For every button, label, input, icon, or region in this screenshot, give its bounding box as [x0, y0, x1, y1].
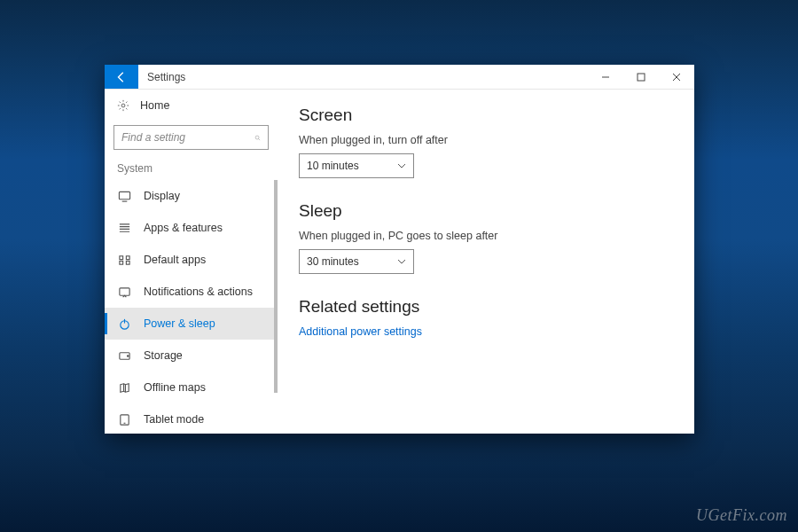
svg-rect-6	[119, 261, 122, 264]
power-icon	[117, 317, 131, 331]
sidebar: Home System Display Apps & features	[105, 90, 278, 434]
sleep-timeout-value: 30 minutes	[307, 255, 359, 268]
screen-timeout-value: 10 minutes	[307, 160, 359, 172]
nav-list[interactable]: Display Apps & features Default apps Not…	[105, 180, 278, 434]
svg-point-1	[121, 104, 125, 107]
titlebar: Settings	[105, 65, 694, 90]
additional-power-settings-link[interactable]: Additional power settings	[299, 325, 673, 338]
minimize-button[interactable]	[588, 65, 623, 89]
home-label: Home	[140, 99, 169, 112]
storage-icon	[117, 349, 131, 363]
svg-rect-8	[119, 287, 129, 294]
scrollbar-thumb[interactable]	[274, 180, 278, 393]
svg-rect-3	[119, 192, 129, 199]
tablet-icon	[117, 413, 131, 426]
display-icon	[117, 190, 131, 203]
sleep-timeout-dropdown[interactable]: 30 minutes	[299, 249, 414, 274]
nav-label: Offline maps	[144, 381, 206, 394]
watermark: UGetFix.com	[696, 506, 787, 525]
section-label: System	[105, 159, 278, 180]
gear-icon	[117, 99, 129, 112]
back-button[interactable]	[105, 65, 138, 89]
nav-apps-features[interactable]: Apps & features	[105, 212, 278, 244]
sidebar-scrollbar[interactable]	[274, 180, 278, 434]
nav-label: Default apps	[144, 254, 206, 266]
screen-heading: Screen	[299, 106, 673, 125]
svg-point-11	[127, 355, 129, 356]
svg-rect-4	[119, 255, 122, 259]
maximize-icon	[637, 73, 645, 82]
apps-icon	[117, 222, 131, 235]
nav-label: Power & sleep	[144, 317, 215, 330]
search-icon	[254, 132, 261, 144]
nav-default-apps[interactable]: Default apps	[105, 244, 278, 276]
svg-point-2	[255, 136, 259, 139]
maximize-button[interactable]	[623, 65, 659, 89]
screen-timeout-dropdown[interactable]: 10 minutes	[299, 153, 414, 178]
search-input[interactable]	[121, 131, 254, 144]
nav-label: Tablet mode	[144, 413, 204, 426]
window-title: Settings	[138, 65, 588, 89]
default-apps-icon	[117, 254, 131, 267]
nav-storage[interactable]: Storage	[105, 340, 278, 372]
sleep-desc: When plugged in, PC goes to sleep after	[299, 230, 673, 242]
svg-rect-5	[126, 255, 129, 259]
search-box[interactable]	[113, 125, 269, 150]
nav-offline-maps[interactable]: Offline maps	[105, 372, 278, 403]
close-button[interactable]	[659, 65, 694, 89]
arrow-left-icon	[115, 71, 128, 83]
nav-power-sleep[interactable]: Power & sleep	[105, 308, 278, 340]
related-heading: Related settings	[299, 297, 673, 317]
home-button[interactable]: Home	[105, 90, 278, 121]
window-body: Home System Display Apps & features	[105, 90, 694, 434]
notifications-icon	[117, 286, 131, 299]
chevron-down-icon	[397, 161, 406, 170]
nav-label: Storage	[144, 349, 183, 362]
minimize-icon	[601, 73, 610, 82]
close-icon	[672, 73, 681, 82]
settings-window: Settings Home	[105, 65, 694, 434]
sleep-heading: Sleep	[299, 201, 673, 221]
svg-rect-7	[126, 261, 129, 264]
svg-rect-0	[638, 74, 645, 81]
search-wrap	[105, 121, 278, 159]
maps-icon	[117, 381, 131, 395]
nav-tablet-mode[interactable]: Tablet mode	[105, 403, 278, 434]
screen-desc: When plugged in, turn off after	[299, 134, 673, 146]
content-area[interactable]: Screen When plugged in, turn off after 1…	[278, 90, 694, 434]
window-controls	[588, 65, 694, 89]
nav-label: Display	[144, 190, 180, 202]
chevron-down-icon	[397, 257, 406, 266]
nav-label: Notifications & actions	[144, 286, 253, 298]
nav-display[interactable]: Display	[105, 180, 278, 212]
nav-notifications[interactable]: Notifications & actions	[105, 276, 278, 308]
nav-label: Apps & features	[144, 222, 223, 234]
